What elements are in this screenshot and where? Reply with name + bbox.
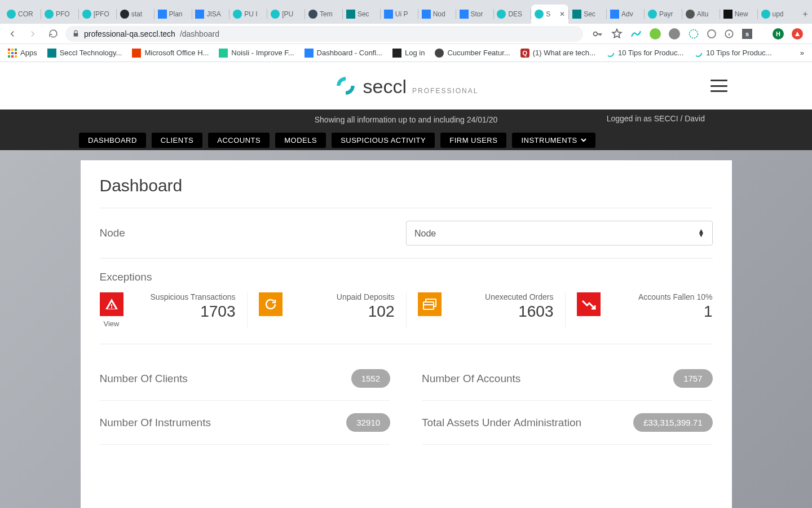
- tab-favicon: [422, 10, 431, 19]
- browser-tab[interactable]: Payr: [645, 5, 682, 24]
- bookmark-label: Microsoft Office H...: [144, 49, 209, 57]
- nav-label: ACCOUNTS: [217, 136, 261, 144]
- tab-title: [PFO: [94, 10, 113, 18]
- browser-tab[interactable]: S✕: [531, 5, 568, 24]
- back-button[interactable]: [5, 26, 20, 42]
- apps-icon: [8, 49, 17, 58]
- stat-row: Number Of Clients 1552: [100, 357, 391, 401]
- browser-tab[interactable]: COR: [3, 5, 41, 24]
- stat-label: Number Of Clients: [100, 373, 188, 385]
- exception-card: Accounts Fallen 10% 1: [577, 292, 713, 328]
- ext-icon-1[interactable]: [630, 29, 642, 38]
- ext-icon-red[interactable]: [792, 28, 803, 40]
- bookmark-favicon: [694, 49, 703, 58]
- bookmark-item[interactable]: Cucumber Featur...: [435, 49, 510, 58]
- stat-value: £33,315,399.71: [633, 413, 712, 432]
- bookmark-item[interactable]: Microsoft Office H...: [132, 49, 209, 58]
- bookmark-label: Noisli - Improve F...: [231, 49, 294, 57]
- url-host: professional-qa.seccl.tech: [84, 29, 175, 38]
- tab-close-icon[interactable]: ✕: [559, 10, 565, 18]
- nav-label: SUSPICIOUS ACTIVITY: [341, 136, 426, 144]
- browser-tab[interactable]: Tem: [305, 5, 342, 24]
- bookmark-item[interactable]: Log in: [392, 49, 425, 58]
- bookmark-item[interactable]: 10 Tips for Produc...: [694, 49, 771, 58]
- key-icon[interactable]: [592, 28, 603, 40]
- ext-icon-3[interactable]: [669, 28, 680, 40]
- reload-button[interactable]: [45, 26, 61, 42]
- bookmark-item[interactable]: Dashboard - Confl...: [304, 49, 382, 58]
- profile-avatar[interactable]: H: [773, 28, 784, 40]
- svg-point-4: [695, 50, 701, 56]
- tab-title: JISA: [206, 10, 226, 18]
- stat-label: Number Of Instruments: [100, 417, 211, 429]
- bookmark-item[interactable]: Apps: [8, 49, 37, 58]
- browser-tab[interactable]: Ui P: [381, 5, 418, 24]
- browser-tab[interactable]: DES: [493, 5, 531, 24]
- nav-item[interactable]: DASHBOARD: [79, 133, 146, 148]
- tab-title: stat: [131, 10, 151, 18]
- browser-tab[interactable]: Altu: [682, 5, 720, 24]
- new-tab-button[interactable]: [798, 6, 813, 22]
- bookmark-label: Log in: [405, 49, 425, 57]
- nav-label: FIRM USERS: [449, 136, 497, 144]
- nav-item[interactable]: MODELS: [275, 133, 326, 148]
- svg-point-3: [607, 50, 614, 56]
- stat-value: 32910: [346, 413, 390, 432]
- browser-tab[interactable]: Sec: [343, 5, 380, 24]
- ext-icon-s[interactable]: s: [742, 29, 752, 39]
- bookmark-item[interactable]: Seccl Technology...: [47, 49, 122, 58]
- menu-button[interactable]: [710, 80, 727, 92]
- browser-tab[interactable]: Nod: [418, 5, 456, 24]
- node-select[interactable]: Node: [406, 221, 713, 246]
- info-text: Showing all information up to and includ…: [315, 115, 498, 124]
- browser-tab[interactable]: Adv: [607, 5, 644, 24]
- exception-view-link[interactable]: View: [100, 319, 123, 328]
- url-field[interactable]: professional-qa.seccl.tech/dashboard: [65, 26, 583, 42]
- exception-card: Unexecuted Orders 1603: [418, 292, 566, 328]
- divider: [100, 208, 713, 208]
- tab-title: New: [735, 10, 754, 18]
- bookmark-favicon: [47, 49, 56, 58]
- ext-icon-2[interactable]: [650, 28, 661, 40]
- tab-title: PFO: [56, 10, 75, 18]
- nav-item[interactable]: FIRM USERS: [440, 133, 506, 148]
- forward-button[interactable]: [25, 26, 41, 42]
- exception-icon: [259, 292, 283, 316]
- bookmark-item[interactable]: Q(1) What are tech...: [520, 49, 595, 58]
- page-title: Dashboard: [100, 176, 713, 195]
- browser-tab[interactable]: PFO: [41, 5, 78, 24]
- nav-item[interactable]: INSTRUMENTS: [512, 133, 595, 148]
- bookmark-overflow[interactable]: »: [800, 49, 804, 57]
- logged-in-text: Logged in as SECCI / David: [607, 114, 705, 123]
- nav-item[interactable]: SUSPICIOUS ACTIVITY: [332, 133, 435, 148]
- bookmark-item[interactable]: 10 Tips for Produc...: [606, 49, 683, 58]
- ext-icon-5[interactable]: [707, 29, 716, 38]
- lock-icon: [72, 30, 80, 37]
- browser-tab[interactable]: JISA: [192, 5, 229, 24]
- browser-tab[interactable]: Stor: [456, 5, 493, 24]
- exception-value: 1: [608, 303, 713, 321]
- star-icon[interactable]: [611, 28, 623, 40]
- logo-swirl-icon: [334, 74, 358, 98]
- brand-logo: seccl PROFESSIONAL: [334, 74, 479, 98]
- stat-row: Number Of Accounts 1757: [422, 357, 713, 401]
- bookmark-favicon: [304, 49, 314, 58]
- ext-icon-4[interactable]: [688, 28, 699, 40]
- browser-tab[interactable]: Sec: [569, 5, 606, 24]
- tab-title: Tem: [320, 10, 339, 18]
- bookmark-item[interactable]: Noisli - Improve F...: [219, 49, 294, 58]
- tab-favicon: [535, 10, 544, 19]
- browser-tab[interactable]: Plan: [155, 5, 192, 24]
- nav-item[interactable]: CLIENTS: [152, 133, 202, 148]
- browser-tab[interactable]: New: [720, 5, 757, 24]
- browser-tab[interactable]: upd: [758, 5, 795, 24]
- exception-value: 1603: [449, 303, 554, 321]
- browser-tab[interactable]: stat: [117, 5, 154, 24]
- nav-item[interactable]: ACCOUNTS: [208, 133, 270, 148]
- tab-favicon: [82, 10, 91, 19]
- browser-tab[interactable]: [PU: [267, 5, 304, 24]
- info-icon[interactable]: [724, 29, 734, 39]
- browser-tab[interactable]: PU I: [230, 5, 267, 24]
- browser-tab[interactable]: [PFO: [79, 5, 116, 24]
- tab-favicon: [271, 10, 280, 19]
